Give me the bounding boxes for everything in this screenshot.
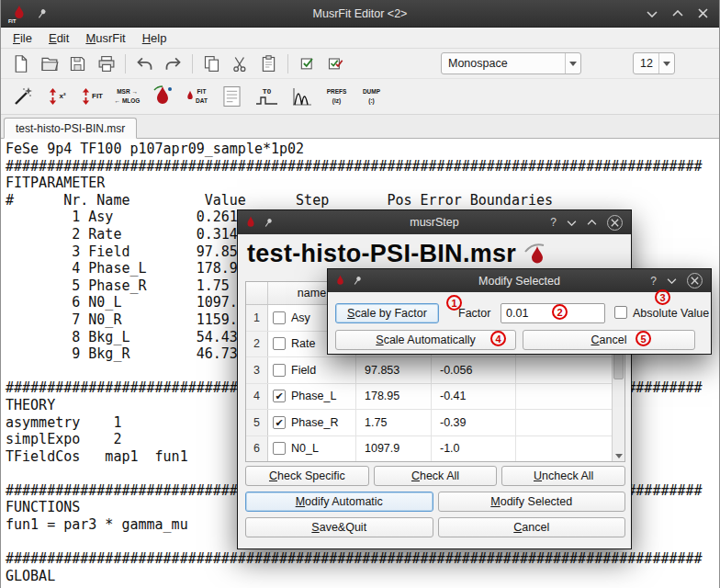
row-checkbox[interactable]: ✔ [273,416,286,429]
print-icon[interactable] [92,51,120,76]
menu-file[interactable]: File [5,29,40,47]
param-name: Phase_L [291,390,336,402]
param-name: N0_L [291,442,319,455]
editor-line: ########################################… [6,550,719,568]
window-titlebar[interactable]: FIT MusrFit Editor <2> [1,0,719,28]
row-checkbox[interactable] [273,337,286,350]
row-checkbox[interactable]: ✔ [273,390,286,402]
absolute-value-checkbox[interactable] [614,306,627,319]
help-icon[interactable] [550,216,557,229]
scale-automatically-button[interactable]: Scale Automatically [335,330,516,350]
swap-msr-mlog-icon[interactable]: MSR →← MLOG [113,82,141,112]
modify-selected-dialog: Modify Selected Scale by Factor Factor A… [327,268,712,355]
maximize-icon[interactable] [672,10,683,17]
param-value: 1.75 [356,410,432,435]
uncheck-all-button[interactable]: Uncheck All [501,466,625,486]
menu-musrfit[interactable]: MusrFit [77,29,133,47]
msr-filename-heading: test-histo-PSI-BIN.msr [247,240,516,268]
pin-icon[interactable] [263,217,274,229]
param-row: 3Field97.853-0.056 [246,357,612,384]
fit-dat-icon[interactable]: FITDAT [183,82,211,112]
row-number: 3 [246,357,268,383]
toolbar-separator [287,54,288,74]
musr-toolbar: x²FITMSR →← MLOGFITDATT0PREFS(iz)DUMP(:) [1,79,719,115]
minimize-icon[interactable] [667,277,677,284]
row-number: 6 [246,436,268,462]
menu-edit[interactable]: Edit [40,29,77,47]
menubar: FileEditMusrFitHelp [1,28,719,49]
cut-icon[interactable] [226,51,254,76]
save-file-icon[interactable] [63,51,92,76]
tab-label: test-histo-PSI-BIN.msr [16,122,125,135]
copy-icon[interactable] [197,51,226,76]
redo-icon[interactable] [159,51,187,76]
report-icon[interactable] [218,82,246,112]
param-name: Asy [291,311,310,324]
close-icon[interactable] [687,273,703,288]
row-number: 5 [246,410,268,435]
param-step: -1.0 [432,436,516,462]
param-row: 4✔Phase_L178.95-0.41 [246,384,612,411]
musrfit-logo-icon [522,241,549,268]
musrfit-logo-icon: FIT [8,4,28,24]
annotation-2: 2 [552,304,568,320]
annotation-5: 5 [636,331,651,346]
minimize-icon[interactable] [647,10,658,17]
font-size-select[interactable]: 12 [633,52,675,74]
menu-help[interactable]: Help [134,29,175,47]
check-double-icon[interactable] [321,51,350,76]
pin-icon[interactable] [352,275,363,287]
modify-selected-button[interactable]: Modify Selected [438,492,626,512]
row-number: 1 [246,305,268,331]
cancel-button[interactable]: Cancel [523,330,695,350]
musrdump-icon[interactable]: DUMP(:) [357,82,386,112]
row-number: 4 [246,384,268,410]
musrstep-titlebar[interactable]: musrStep [238,210,631,234]
chevron-down-icon [658,53,674,74]
check-specific-button[interactable]: Check Specific [245,466,369,486]
check-single-icon[interactable] [293,51,321,76]
close-icon[interactable] [607,215,623,231]
tab-test-histo-psi-bin[interactable]: test-histo-PSI-BIN.msr [4,118,137,139]
header-number [246,282,268,304]
paste-icon[interactable] [254,51,283,76]
musrfit-icon[interactable]: FIT [78,82,107,112]
chevron-down-icon [565,53,580,74]
toolbar-separator [192,54,193,74]
editor-line: GLOBAL [6,568,719,585]
row-checkbox[interactable] [273,442,286,455]
row-number: 2 [246,332,268,357]
font-family-select[interactable]: Monospace [441,52,581,74]
param-value: 178.95 [356,384,432,410]
maximize-icon[interactable] [587,220,597,226]
scroll-down-icon[interactable] [613,450,624,461]
editor-line: FeSe 9p4 TF100 p107apr09_sample*1p02 [6,141,719,158]
param-step: -0.41 [432,384,516,410]
row-checkbox[interactable] [273,364,286,377]
check-all-button[interactable]: Check All [374,466,498,486]
param-step: -0.056 [432,357,516,383]
cancel-button[interactable]: Cancel [438,517,626,537]
scale-by-factor-button[interactable]: Scale by Factor [335,303,439,323]
musrprefs-icon[interactable]: PREFS(iz) [322,82,351,112]
param-name: Phase_R [291,416,338,429]
musrt0-icon[interactable]: T0 [253,82,281,112]
musrview-icon[interactable] [148,82,176,112]
open-folder-icon[interactable] [35,51,63,76]
pin-icon[interactable] [36,7,48,20]
musrwiz-icon[interactable] [8,82,37,112]
help-icon[interactable] [650,275,657,288]
calc-chisq-icon[interactable]: x² [43,82,72,112]
main-toolbar: Monospace 12 [1,49,719,79]
undo-icon[interactable] [130,51,159,76]
new-document-icon[interactable] [6,51,35,76]
param-name: Field [291,364,316,377]
musrft-icon[interactable] [287,82,316,112]
modify-automatic-button[interactable]: Modify Automatic [245,492,433,512]
close-icon[interactable] [698,8,708,18]
save-quit-button[interactable]: Save&Quit [245,517,433,537]
window-title: MusrFit Editor <2> [1,7,719,20]
minimize-icon[interactable] [567,220,577,226]
row-checkbox[interactable] [273,311,286,324]
modify-titlebar[interactable]: Modify Selected [328,269,711,292]
